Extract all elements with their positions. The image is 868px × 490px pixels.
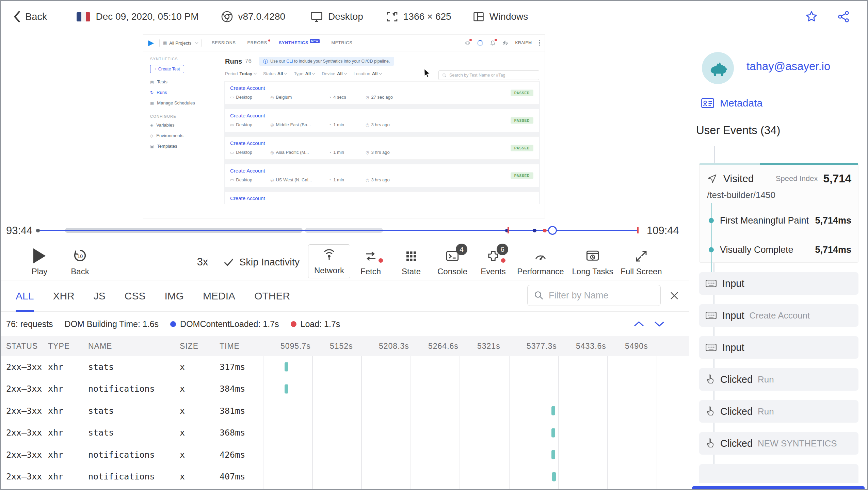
loading-spinner-icon [477,40,483,46]
time-col: 5264.6s [428,342,459,351]
run-name: Create Account [230,195,534,201]
user-email[interactable]: tahay@asayer.io [746,60,830,73]
event-input-card[interactable]: Input [699,272,858,295]
timeline-knob[interactable] [548,226,557,235]
hyena-avatar-icon [707,60,728,76]
speed-index-progress [700,163,858,165]
tests-icon: ▤ [150,80,154,84]
tab-other[interactable]: OTHER [254,280,290,312]
network-requests-table: STATUS TYPE NAME SIZE TIME 5095.7s 5152s… [1,336,689,489]
fetch-icon [363,249,379,263]
filter-by-name-input[interactable] [549,290,647,301]
metadata-button[interactable]: Metadata [701,97,762,109]
duration-icon: ◔ [329,122,331,127]
metadata-label: Metadata [720,97,762,109]
replay-canvas[interactable]: ▶ ▦ All Projects SESSIONS ERRORS SYNTHET… [1,33,689,218]
share-icon [837,10,850,23]
id-card-icon [701,98,714,109]
performance-panel-button[interactable]: Performance [515,247,566,276]
item-label: Runs [157,90,167,95]
tab-media[interactable]: MEDIA [203,280,235,312]
user-events-panel: tahay@asayer.io Metadata User Events (34… [689,33,867,489]
location-pin-icon: ◎ [270,178,274,182]
play-button[interactable]: Play [26,247,53,276]
request-row[interactable]: 2xx–3xxxhrnotificationsx407ms [1,466,689,488]
request-row[interactable]: 2xx–3xxxhrstatsx368ms [1,422,689,444]
runs-count: 76 [245,58,252,65]
request-row[interactable]: 2xx–3xxxhrstatsx317ms [1,356,689,378]
sidebar-item-environments: ◇Environments [150,133,218,138]
run-name: Create Account [230,85,534,91]
network-label: Network [308,266,350,275]
skip-inactivity-toggle[interactable]: Skip Inactivity [224,257,300,268]
console-badge: 4 [456,244,467,255]
tab-css[interactable]: CSS [125,280,146,312]
back-button[interactable]: Back [13,11,47,23]
item-label: Variables [156,122,174,128]
speed-toggle[interactable]: 3x [191,256,214,268]
browser-chrome-icon [221,11,233,23]
col-type: TYPE [48,342,88,351]
resolution-info: 1366 × 625 [386,11,451,22]
tab-label: SYNTHETICS [279,40,308,45]
request-row[interactable]: 2xx–3xxxhrnotificationsx426ms [1,444,689,466]
chevron-down-icon [195,41,198,44]
long-tasks-panel-button[interactable]: Long Tasks [567,247,618,276]
monitor-icon: ▭ [230,122,234,127]
monitor-icon: ▭ [230,95,234,100]
share-button[interactable] [837,10,850,23]
request-timing-bar [551,428,555,437]
metric-row: First Meaningful Paint 5,714ms [700,206,858,235]
close-panel-button[interactable] [669,290,680,303]
request-row[interactable]: 2xx–3xxxhrstatsx381ms [1,400,689,422]
event-input-card[interactable]: InputCreate Account [699,304,858,327]
full-screen-label: Full Screen [616,267,667,276]
replay-app-logo-icon: ▶ [148,38,154,47]
event-clicked-card[interactable]: ClickedRun [699,400,858,423]
request-timing-bar [285,362,288,372]
event-clicked-card[interactable]: ClickedRun [699,368,858,391]
browser-version: v87.0.4280 [238,11,285,22]
click-hand-icon [705,374,715,385]
keyboard-icon [705,279,717,288]
event-visited-card[interactable]: Visited Speed Index 5,714 /test-builder/… [699,163,858,263]
network-panel-button[interactable]: Network [308,244,350,278]
fetch-alert-dot [379,258,383,263]
events-list: Visited Speed Index 5,714 /test-builder/… [689,143,867,489]
event-clicked-card[interactable]: ClickedNEW SYNTHETICS [699,432,858,455]
favorite-star-button[interactable] [805,10,818,23]
metric-row: Visually Complete 5,714ms [700,235,858,264]
runs-icon: ↻ [150,90,154,95]
event-card-partial [699,464,858,483]
fetch-panel-button[interactable]: Fetch [354,247,388,276]
clock-icon: ◷ [366,122,369,127]
player-controls: Play 10 Back 3x Skip Inactivity Network … [1,242,689,280]
requests-count: 76: requests [6,319,53,329]
full-screen-button[interactable]: Full Screen [616,247,667,276]
events-panel-button[interactable]: 6 Events [476,247,510,276]
replay-app-main: Runs 76 i Use our CLI to include your Sy… [218,51,545,218]
event-input-card[interactable]: Input [699,336,858,359]
console-panel-button[interactable]: 4 Console [435,247,469,276]
jump-prev-button[interactable] [633,320,645,328]
user-events-title: User Events (34) [696,124,781,137]
chevron-down-icon [379,71,382,75]
replay-tab-metrics: METRICS [331,40,352,45]
tab-all[interactable]: ALL [16,280,34,312]
request-row[interactable]: 2xx–3xxxhrnotificationsx384ms [1,378,689,400]
filter-device: DeviceAll [322,71,347,76]
timeline-track[interactable] [37,218,639,242]
tab-js[interactable]: JS [94,280,106,312]
click-hand-icon [705,406,715,416]
col-time: TIME [220,342,263,351]
back-10s-button[interactable]: 10 Back [66,247,94,276]
performance-gauge-icon [533,249,548,263]
jump-next-button[interactable] [654,320,665,328]
search-icon [442,73,447,78]
state-panel-button[interactable]: State [394,247,428,276]
filter-by-name-box [527,285,661,306]
close-icon [669,290,680,301]
replay-app-navbar: ▶ ▦ All Projects SESSIONS ERRORS SYNTHET… [143,35,545,51]
tab-img[interactable]: IMG [164,280,184,312]
tab-xhr[interactable]: XHR [53,280,74,312]
